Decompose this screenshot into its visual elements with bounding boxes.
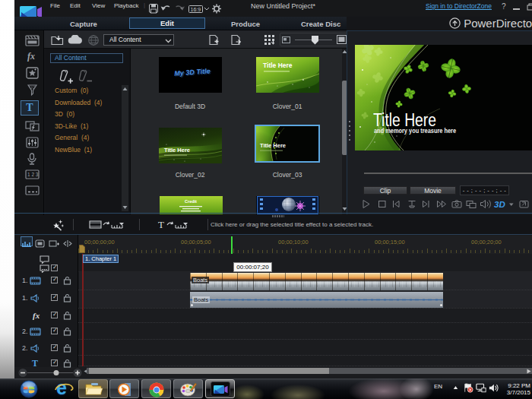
svg-text:Title Here: Title Here bbox=[260, 142, 286, 149]
svg-text:3D: 3D bbox=[494, 200, 505, 209]
svg-text:16:9: 16:9 bbox=[191, 7, 201, 12]
svg-text:1 2 3: 1 2 3 bbox=[27, 172, 39, 177]
svg-text:Credit: Credit bbox=[185, 199, 197, 204]
svg-text:T: T bbox=[158, 219, 164, 230]
svg-text:Title Here: Title Here bbox=[263, 62, 293, 69]
svg-text:Title Here: Title Here bbox=[164, 147, 190, 154]
